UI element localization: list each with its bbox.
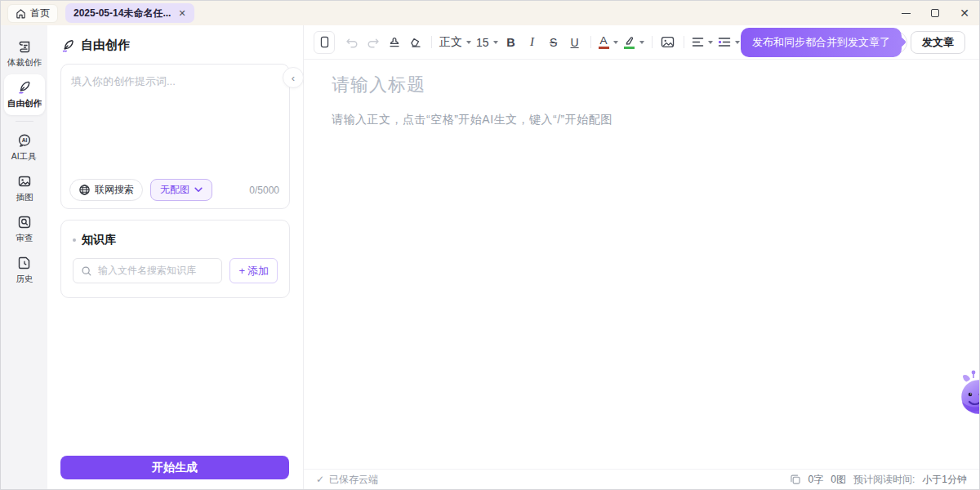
italic-button[interactable]: I — [522, 31, 543, 54]
image-count: 0图 — [831, 473, 846, 487]
toolbar-divider — [652, 36, 653, 48]
prompt-footer: 联网搜索 无配图 0/5000 — [69, 179, 279, 201]
bold-button[interactable]: B — [501, 31, 522, 54]
image-icon — [661, 36, 675, 48]
indent-icon — [718, 37, 731, 47]
svg-text:AI: AI — [21, 137, 27, 143]
underline-button[interactable]: U — [564, 31, 586, 54]
sidebar-divider — [16, 121, 33, 122]
sidebar-item-label: 插图 — [16, 191, 33, 203]
word-count: 0字 — [808, 473, 824, 487]
read-time-value: 小于1分钟 — [922, 473, 967, 487]
sidebar-item-history[interactable]: 历史 — [4, 250, 45, 291]
bullet-dot-icon — [73, 238, 76, 242]
panel-header: 自由创作 — [60, 25, 290, 53]
format-painter-button[interactable] — [384, 31, 405, 54]
chevron-down-icon — [194, 187, 203, 193]
document-tab[interactable]: 2025-05-14未命名任... ✕ — [65, 3, 194, 23]
sidebar-item-review[interactable]: 审查 — [4, 209, 45, 250]
minimize-icon — [902, 13, 911, 14]
redo-icon — [367, 37, 380, 48]
quill-icon — [60, 38, 75, 53]
insert-image-button[interactable] — [657, 31, 679, 54]
redo-button[interactable] — [363, 31, 384, 54]
align-left-icon — [692, 37, 704, 47]
sidebar-item-illustration[interactable]: 插图 — [4, 168, 45, 209]
font-size-dropdown[interactable]: 15 — [474, 31, 501, 54]
search-icon — [81, 265, 92, 277]
title-placeholder[interactable]: 请输入标题 — [332, 73, 951, 97]
prompt-placeholder: 填入你的创作提示词... — [71, 74, 279, 89]
phone-icon — [320, 36, 329, 48]
knowledge-base-card: 知识库 输入文件名搜索知识库 + 添加 — [60, 220, 290, 298]
image-option-dropdown[interactable]: 无配图 — [150, 179, 212, 201]
prompt-input-card[interactable]: 填入你的创作提示词... 联网搜索 无配图 0/5000 — [60, 64, 290, 209]
editor-content[interactable]: 请输入标题 请输入正文，点击“空格”开始AI生文，键入“/”开始配图 — [304, 60, 979, 127]
home-button[interactable]: 首页 — [7, 4, 58, 23]
knowledge-search-input[interactable]: 输入文件名搜索知识库 — [73, 258, 222, 283]
sidebar-item-label: AI工具 — [11, 150, 37, 162]
font-color-icon: A — [599, 35, 609, 50]
font-color-dropdown[interactable]: A — [596, 31, 621, 54]
close-icon: ✕ — [960, 7, 969, 19]
chevron-down-icon — [708, 41, 713, 44]
panel-collapse-button[interactable]: ‹ — [283, 67, 304, 88]
knowledge-base-row: 输入文件名搜索知识库 + 添加 — [73, 258, 278, 283]
sidebar-item-free-create[interactable]: 自由创作 — [4, 74, 45, 115]
saved-status: 已保存云端 — [329, 473, 378, 487]
generate-button[interactable]: 开始生成 — [60, 456, 289, 479]
mobile-preview-button[interactable] — [314, 31, 335, 54]
clear-format-button[interactable] — [405, 31, 426, 54]
paragraph-style-dropdown[interactable]: 正文 — [437, 31, 474, 54]
assistant-mascot[interactable] — [954, 369, 980, 420]
publish-article-button[interactable]: 发文章 — [911, 31, 965, 54]
creation-panel: 自由创作 填入你的创作提示词... 联网搜索 无配图 0/5000 — [47, 25, 304, 489]
strikethrough-button[interactable]: S — [543, 31, 564, 54]
align-dropdown[interactable] — [689, 31, 715, 54]
web-search-label: 联网搜索 — [95, 183, 134, 197]
format-painter-icon — [388, 36, 401, 49]
web-search-toggle[interactable]: 联网搜索 — [69, 179, 143, 201]
illustration-icon — [16, 173, 33, 189]
minimize-button[interactable] — [891, 1, 920, 25]
knowledge-base-title: 知识库 — [82, 233, 116, 247]
undo-button[interactable] — [341, 31, 363, 54]
window-controls: ✕ — [891, 1, 979, 25]
indent-dropdown[interactable] — [715, 31, 742, 54]
tooltip-text: 发布和同步都合并到发文章了 — [752, 35, 890, 50]
sidebar-item-label: 自由创作 — [7, 97, 42, 109]
sidebar-item-genre-create[interactable]: 体裁创作 — [4, 33, 45, 74]
plus-icon: + — [238, 265, 245, 277]
knowledge-base-title-row: 知识库 — [73, 233, 278, 247]
panel-title: 自由创作 — [81, 38, 130, 53]
tab-close-icon[interactable]: ✕ — [178, 8, 185, 19]
read-time-label: 预计阅读时间: — [853, 473, 915, 487]
body-placeholder[interactable]: 请输入正文，点击“空格”开始AI生文，键入“/”开始配图 — [332, 113, 951, 127]
history-icon — [16, 255, 33, 271]
app-window: 首页 2025-05-14未命名任... ✕ ✕ 体裁创作 自由创作 AI — [0, 0, 980, 490]
globe-icon — [78, 184, 91, 196]
image-option-label: 无配图 — [160, 183, 189, 197]
close-button[interactable]: ✕ — [950, 1, 979, 25]
font-size-value: 15 — [476, 36, 489, 49]
sidebar-item-label: 审查 — [16, 232, 33, 243]
undo-icon — [345, 37, 359, 48]
sidebar-item-ai-tools[interactable]: AI AI工具 — [4, 127, 45, 168]
knowledge-search-placeholder: 输入文件名搜索知识库 — [98, 264, 196, 278]
char-counter: 0/5000 — [249, 185, 279, 196]
copy-icon[interactable] — [790, 474, 801, 485]
home-icon — [16, 8, 26, 19]
chevron-down-icon — [493, 41, 498, 44]
add-knowledge-button[interactable]: + 添加 — [229, 258, 278, 283]
editor-area: 正文 15 B I S U A — [304, 25, 979, 489]
tab-title: 2025-05-14未命名任... — [74, 7, 171, 20]
review-icon — [16, 214, 33, 230]
highlighter-icon — [623, 36, 635, 49]
chevron-down-icon — [735, 41, 740, 44]
add-label: 添加 — [247, 264, 269, 278]
maximize-button[interactable] — [920, 1, 950, 25]
highlight-color-dropdown[interactable] — [621, 31, 647, 54]
status-right: 0字 0图 预计阅读时间: 小于1分钟 — [790, 473, 967, 487]
chevron-down-icon — [639, 41, 644, 44]
titlebar: 首页 2025-05-14未命名任... ✕ ✕ — [1, 1, 979, 25]
